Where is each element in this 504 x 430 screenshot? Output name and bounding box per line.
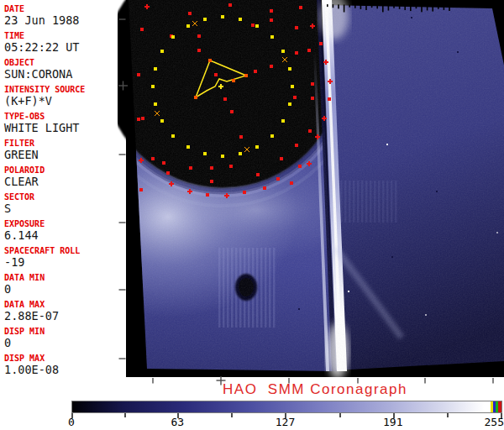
top-dash (382, 5, 384, 12)
colorbar (71, 401, 502, 413)
metadata-field: DISP MAX1.00E-08 (4, 354, 126, 376)
fiducial-red-dot (166, 171, 170, 175)
top-dash (449, 7, 450, 11)
metadata-field: EXPOSURE6.144 (4, 219, 126, 242)
field-label: DISP MIN (4, 327, 126, 337)
field-value: WHITE LIGHT (4, 122, 126, 134)
fiducial-red-dot (307, 49, 311, 52)
fiducial-yellow-dot (154, 102, 157, 106)
polygon-vertex-dot (208, 59, 211, 61)
fiducial-yellow-dot (186, 24, 190, 28)
top-dash (365, 5, 367, 10)
fiducial-red-dot (197, 34, 201, 38)
fiducial-red-dot (162, 161, 165, 165)
fiducial-red-dot (214, 73, 218, 76)
field-value: 6.144 (4, 229, 126, 242)
field-value: 23 Jun 1988 (4, 14, 126, 27)
top-dash (349, 5, 350, 8)
fiducial-red-dot (230, 110, 234, 113)
colorbar-tick-label: 0 (55, 417, 88, 428)
field-label: SECTOR (4, 192, 126, 202)
field-value: 1.00E-08 (4, 364, 126, 376)
metadata-field: FILTERGREEN (4, 139, 126, 161)
fiducial-yellow-dot (288, 67, 291, 71)
colorbar-end-stripe (496, 401, 498, 412)
fiducial-yellow-dot (255, 145, 259, 149)
star-dot (348, 291, 350, 293)
fiducial-red-dot (319, 42, 323, 45)
fiducial-red-dot (270, 9, 273, 13)
top-dash (376, 5, 378, 8)
field-value: 0 (4, 337, 126, 349)
fiducial-red-dot (290, 181, 293, 185)
fiducial-red-dot (270, 65, 273, 68)
fiducial-yellow-dot (221, 15, 224, 18)
polygon-vertex-dot (194, 96, 197, 98)
colorbar-end-stripe (493, 401, 496, 412)
metadata-sidebar: DATE23 Jun 1988TIME05:22:22 UTOBJECTSUN:… (0, 0, 126, 377)
top-dash (327, 4, 328, 7)
polygon-vertex-dot (232, 79, 234, 81)
fiducial-red-dot (280, 157, 283, 160)
fiducial-red-dot (137, 118, 140, 121)
fiducial-red-dot (311, 97, 314, 100)
image-title: HAO SMM Coronagraph (126, 382, 504, 397)
top-dash (421, 6, 423, 12)
colorbar-tick-label: 127 (268, 417, 302, 428)
field-value: CLEAR (4, 176, 126, 188)
fiducial-red-dot (276, 177, 280, 181)
top-dash (444, 7, 445, 10)
fiducial-red-dot (263, 186, 266, 190)
fiducial-red-dot (151, 157, 155, 160)
fiducial-red-dot (189, 166, 192, 170)
fiducial-red-dot (197, 49, 201, 52)
metadata-field: SECTORS (4, 192, 126, 215)
colorbar-tick-label: 63 (160, 417, 194, 428)
metadata-field: POLAROIDCLEAR (4, 165, 126, 188)
fiducial-yellow-dot (255, 24, 259, 28)
metadata-field: DATA MIN0 (4, 273, 126, 296)
fiducial-yellow-dot (160, 50, 164, 53)
fiducial-yellow-dot (171, 134, 175, 138)
field-value: -19 (4, 256, 126, 269)
fiducial-red-dot (295, 51, 298, 55)
metadata-field: INTENSITY SOURCE(K+F)*V (4, 85, 126, 108)
top-dash (393, 6, 395, 8)
film-grain (126, 0, 504, 377)
fiducial-yellow-dot (203, 18, 207, 21)
polygon-vertex-dot (244, 74, 247, 76)
fiducial-red-dot (228, 3, 232, 7)
dark-speck (391, 256, 393, 258)
fiducial-yellow-dot (270, 35, 274, 39)
fiducial-red-dot (251, 24, 255, 27)
fiducial-red-dot (299, 6, 302, 9)
metadata-field: TIME05:22:22 UT (4, 31, 126, 54)
coronagraph-image (118, 0, 504, 386)
field-value: S (4, 202, 126, 215)
fiducial-red-dot (141, 117, 144, 120)
fiducial-red-dot (239, 135, 243, 139)
fiducial-yellow-dot (281, 119, 285, 123)
fiducial-red-dot (243, 191, 246, 194)
dark-speck (411, 17, 412, 18)
fiducial-yellow-dot (151, 85, 155, 88)
top-dash (410, 6, 412, 11)
fiducial-red-dot (206, 193, 209, 197)
fiducial-red-dot (308, 129, 312, 133)
fiducial-yellow-dot (291, 85, 294, 88)
top-dash (399, 6, 401, 9)
fiducial-red-dot (295, 144, 298, 147)
field-value: 05:22:22 UT (4, 41, 126, 54)
colorbar-labels: 063127191255 (71, 417, 502, 428)
metadata-field: SPACECRAFT ROLL-19 (4, 246, 126, 269)
field-value: GREEN (4, 149, 126, 161)
fiducial-red-dot (311, 82, 314, 86)
fiducial-yellow-dot (221, 155, 224, 158)
fiducial-red-dot (298, 165, 302, 168)
fiducial-red-dot (256, 173, 260, 176)
fiducial-red-dot (139, 188, 143, 191)
star-dot (425, 314, 428, 317)
fiducial-red-dot (328, 97, 331, 101)
fiducial-red-dot (137, 73, 140, 76)
field-value: (K+F)*V (4, 95, 126, 108)
